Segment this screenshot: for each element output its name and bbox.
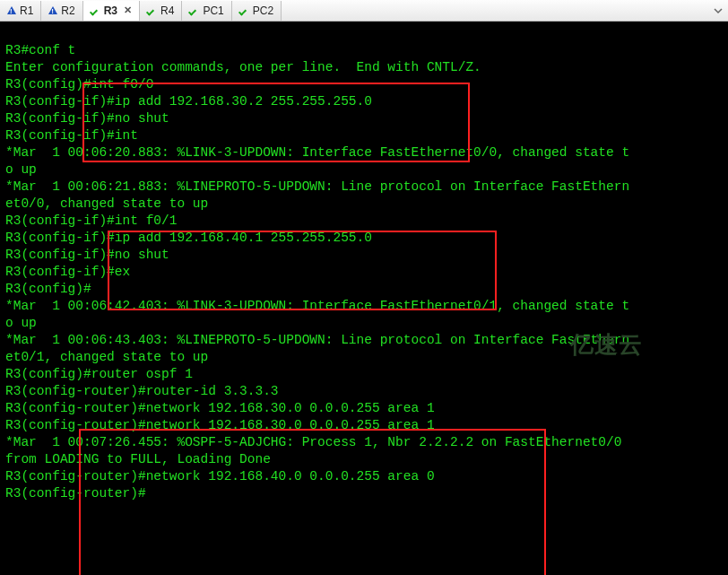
tab-label: R1 bbox=[20, 4, 33, 17]
check-icon bbox=[91, 5, 100, 15]
tab-label: R2 bbox=[61, 4, 74, 17]
terminal[interactable]: R3#conf t Enter configuration commands, … bbox=[0, 22, 728, 575]
window-menu-icon[interactable] bbox=[712, 4, 724, 17]
tab-label: PC1 bbox=[203, 4, 223, 17]
tab-r2[interactable]: R2 bbox=[41, 1, 82, 21]
tab-r3[interactable]: R3 ✕ bbox=[83, 1, 140, 21]
check-icon bbox=[239, 5, 249, 15]
tab-r4[interactable]: R4 bbox=[140, 1, 182, 21]
tab-label: R3 bbox=[104, 4, 117, 17]
tab-pc2[interactable]: PC2 bbox=[232, 1, 282, 21]
tab-pc1[interactable]: PC1 bbox=[182, 1, 231, 21]
terminal-output: R3#conf t Enter configuration commands, … bbox=[5, 42, 723, 502]
close-icon[interactable]: ✕ bbox=[124, 4, 132, 16]
check-icon bbox=[189, 5, 199, 15]
tab-bar: R1 R2 R3 ✕ R4 PC1 PC2 bbox=[0, 0, 728, 22]
check-icon bbox=[147, 5, 157, 15]
tab-label: R4 bbox=[160, 4, 174, 17]
warning-icon bbox=[48, 6, 57, 14]
tab-r1[interactable]: R1 bbox=[0, 1, 41, 21]
tab-label: PC2 bbox=[253, 4, 273, 17]
warning-icon bbox=[7, 6, 16, 14]
